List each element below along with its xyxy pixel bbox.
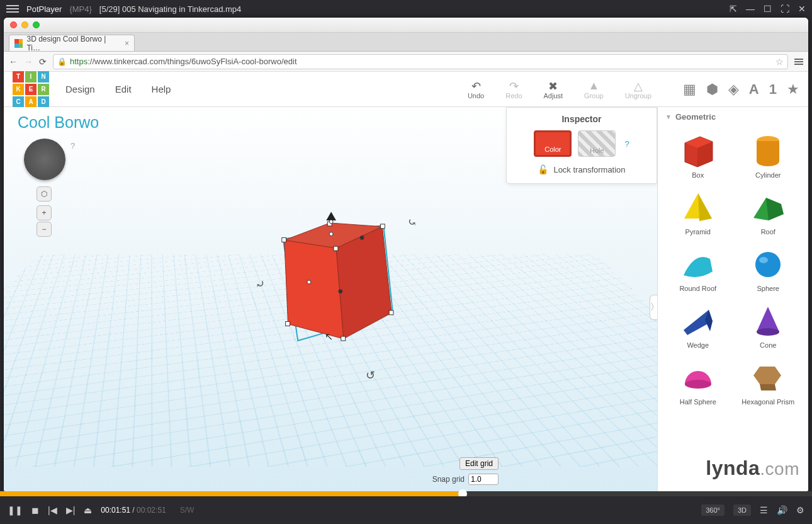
lock-icon: 🔒 (57, 57, 67, 66)
shape-hex-prism[interactable]: Hexagonal Prism (735, 355, 803, 408)
shapes-category-header[interactable]: ▼ Geometric (658, 107, 808, 126)
group-button[interactable]: ▲Group (584, 79, 604, 100)
view-cube-icon[interactable]: ⬢ (706, 81, 718, 98)
browser-tab[interactable]: 3D design Cool Borwo | Ti… × (9, 35, 135, 51)
shape-half-sphere[interactable]: Half Sphere (664, 355, 732, 408)
undo-icon: ↶ (471, 79, 481, 92)
zoom-out-button[interactable]: − (37, 222, 52, 237)
view-iso-icon[interactable]: ◈ (728, 81, 739, 98)
shape-roof[interactable]: Roof (735, 185, 803, 238)
next-button[interactable]: ▶| (66, 505, 76, 515)
shape-cone[interactable]: Cone (735, 299, 803, 351)
adjust-icon: ✖ (548, 79, 558, 92)
redo-button[interactable]: ↷Redo (505, 79, 522, 100)
shape-cylinder[interactable]: Cylinder (735, 128, 803, 181)
volume-icon[interactable]: 🔊 (777, 505, 787, 515)
svg-point-14 (339, 290, 342, 293)
rotate-handle-bottom-icon[interactable]: ↺ (366, 368, 375, 382)
mac-close-icon[interactable] (10, 21, 17, 28)
group-icon: ▲ (588, 79, 599, 92)
maximize-icon[interactable]: ☐ (764, 4, 772, 14)
lynda-watermark: lynda.com (706, 457, 799, 480)
inspector-help-icon[interactable]: ? (624, 139, 629, 149)
project-title[interactable]: Cool Borwo (18, 113, 99, 132)
shape-pyramid[interactable]: Pyramid (664, 185, 732, 238)
favicon-icon (14, 39, 23, 48)
menu-edit[interactable]: Edit (111, 81, 135, 97)
shapes-grid: Box Cylinder Pyramid Roof Round Roof Sph… (658, 126, 808, 411)
hamburger-icon[interactable] (6, 5, 19, 13)
settings-gear-icon[interactable]: ⚙ (796, 505, 804, 515)
svg-rect-8 (286, 322, 290, 326)
play-pause-button[interactable]: ❚❚ (8, 505, 23, 515)
prev-button[interactable]: |◀ (48, 505, 57, 515)
shape-box[interactable]: Box (664, 128, 732, 181)
favorite-star-icon[interactable]: ★ (787, 81, 799, 98)
adjust-button[interactable]: ✖Adjust (544, 79, 563, 100)
redo-icon: ↷ (509, 79, 519, 92)
edit-grid-button[interactable]: Edit grid (460, 457, 499, 470)
svg-rect-9 (341, 336, 346, 341)
svg-marker-15 (326, 212, 336, 220)
text-tool-icon[interactable]: A (749, 81, 759, 98)
shapes-panel: ▼ Geometric Box Cylinder Pyramid Roof Ro… (657, 107, 808, 491)
menu-design[interactable]: Design (62, 81, 99, 97)
shape-round-roof[interactable]: Round Roof (664, 242, 732, 295)
workplane-icon[interactable]: ▦ (683, 81, 696, 98)
shape-sphere[interactable]: Sphere (735, 242, 803, 295)
orbit-control[interactable] (24, 139, 65, 180)
zoom-in-button[interactable]: + (37, 205, 52, 220)
svg-point-16 (329, 220, 333, 224)
app-name: PotPlayer (26, 4, 62, 14)
inspector-hole-swatch[interactable]: Hole (578, 130, 616, 157)
bookmark-star-icon[interactable]: ☆ (775, 57, 784, 67)
badge-360[interactable]: 360° (701, 504, 725, 516)
unlock-icon: 🔓 (538, 164, 548, 174)
svg-rect-5 (380, 224, 385, 229)
rotate-handle-top-icon[interactable]: ⤿ (407, 215, 417, 229)
minimize-icon[interactable]: — (746, 4, 755, 14)
mac-window-bar (4, 18, 808, 33)
menu-help[interactable]: Help (148, 81, 175, 97)
render-mode[interactable]: S/W (180, 506, 195, 515)
selected-shape-box[interactable]: ⤾ ⤿ ↺ ↖ (268, 220, 400, 368)
rotate-handle-left-icon[interactable]: ⤾ (256, 277, 265, 291)
forward-icon[interactable]: → (24, 57, 33, 67)
snap-grid-input[interactable] (468, 474, 499, 485)
home-view-button[interactable]: ⬡ (37, 186, 52, 202)
grid-controls: Edit grid Snap grid (432, 457, 499, 485)
close-icon[interactable]: ✕ (798, 4, 806, 14)
progress-scrubber[interactable] (0, 491, 812, 496)
number-tool-icon[interactable]: 1 (769, 81, 777, 98)
fullscreen-icon[interactable]: ⛶ (781, 4, 789, 14)
svg-point-33 (685, 380, 711, 389)
ungroup-button[interactable]: △Ungroup (625, 79, 651, 100)
eject-button[interactable]: ⏏ (84, 505, 92, 515)
stop-button[interactable]: ◼ (31, 505, 39, 515)
svg-marker-3 (285, 240, 344, 339)
badge-3d[interactable]: 3D (733, 504, 751, 516)
undo-button[interactable]: ↶Undo (468, 79, 484, 100)
mac-zoom-icon[interactable] (33, 21, 40, 28)
reload-icon[interactable]: ⟳ (39, 57, 47, 67)
back-icon[interactable]: ← (9, 57, 18, 67)
address-bar[interactable]: 🔒 https ://www.tinkercad.com/things/6uwo… (53, 54, 788, 69)
chrome-menu-icon[interactable] (794, 59, 803, 65)
shape-wedge[interactable]: Wedge (664, 299, 732, 351)
url-scheme: https (70, 57, 87, 66)
video-content: 3D design Cool Borwo | Ti… × ← → ⟳ 🔒 htt… (4, 18, 808, 491)
svg-rect-10 (389, 310, 393, 315)
pin-icon[interactable]: ⇱ (730, 4, 737, 14)
tab-close-icon[interactable]: × (125, 39, 129, 48)
inspector-title: Inspector (516, 114, 648, 124)
inspector-color-swatch[interactable]: Color (534, 130, 572, 157)
mac-minimize-icon[interactable] (21, 21, 28, 28)
help-hint-icon[interactable]: ? (70, 141, 75, 151)
svg-point-27 (755, 252, 781, 277)
tinkercad-logo[interactable]: TIN KER CAD (13, 71, 49, 108)
playlist-icon[interactable]: ☰ (760, 505, 768, 515)
lock-transformation-toggle[interactable]: 🔓 Lock transformation (516, 164, 648, 174)
svg-marker-26 (766, 198, 784, 220)
workplane-canvas[interactable]: Cool Borwo ? ⬡ + − (4, 107, 657, 491)
svg-rect-6 (334, 246, 338, 251)
